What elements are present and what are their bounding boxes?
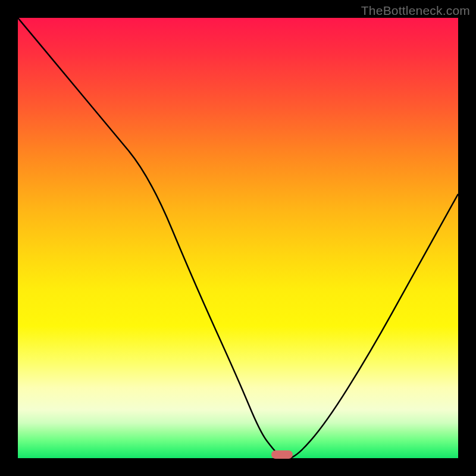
optimum-marker <box>271 450 293 459</box>
chart-frame: TheBottleneck.com <box>0 0 476 476</box>
bottleneck-curve <box>18 18 458 458</box>
watermark-text: TheBottleneck.com <box>361 4 470 18</box>
plot-area <box>18 18 458 458</box>
curve-path <box>18 18 458 458</box>
